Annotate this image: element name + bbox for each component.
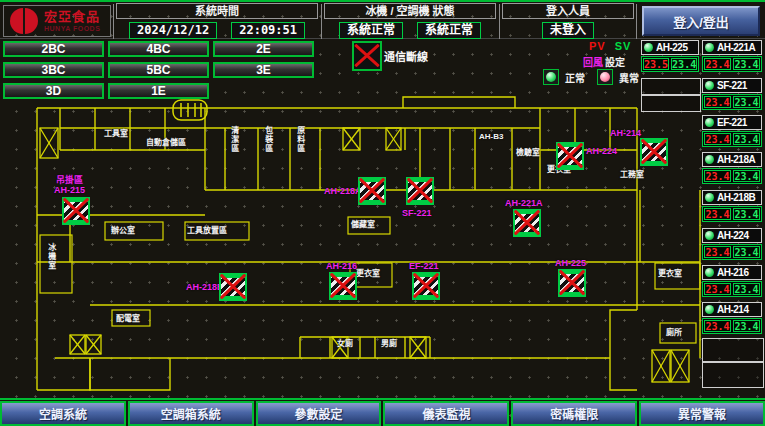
floor-button-3d[interactable]: 3D bbox=[3, 83, 104, 99]
nav-button-空調箱系統[interactable]: 空調箱系統 bbox=[128, 401, 254, 426]
sv-label: SV bbox=[615, 40, 632, 52]
sv-value: 23.4 bbox=[733, 246, 760, 258]
pv-value: 23.4 bbox=[704, 283, 731, 295]
nav-button-儀表監視[interactable]: 儀表監視 bbox=[383, 401, 509, 426]
unit-led-icon bbox=[705, 193, 714, 202]
nav-button-異常警報[interactable]: 異常警報 bbox=[639, 401, 765, 426]
pv-value: 23.5 bbox=[643, 58, 669, 70]
unit-ah-218b[interactable]: AH-218B bbox=[702, 190, 762, 205]
ahu-device-ah-218b[interactable] bbox=[219, 273, 247, 301]
floor-button-4bc[interactable]: 4BC bbox=[108, 41, 209, 57]
unit-name-label: EF-221 bbox=[717, 117, 747, 128]
room-label: 自動倉儲區 bbox=[146, 139, 186, 148]
unit-sf-221[interactable]: SF-221 bbox=[702, 78, 762, 93]
unit-name-label: AH-221A bbox=[717, 42, 755, 53]
machine-status-group: 冰機 / 空調機 狀態 系統正常 系統正常 bbox=[324, 3, 496, 39]
unit-ah-225[interactable]: AH-225 bbox=[641, 40, 699, 55]
ahu-device-label: AH-218A bbox=[324, 186, 362, 196]
room-label: 儲藏室 bbox=[351, 221, 375, 230]
ahu-device-ah-224[interactable] bbox=[556, 142, 584, 170]
stair-icon bbox=[70, 335, 85, 354]
stair-icon bbox=[86, 335, 101, 354]
unit-name-label: AH-224 bbox=[717, 230, 748, 241]
ahu-device-ah-214[interactable] bbox=[640, 138, 668, 166]
ahu-device-label: AH-218B bbox=[186, 282, 224, 292]
login-group: 登入人員 未登入 bbox=[502, 3, 634, 39]
sv-value: 23.4 bbox=[733, 208, 760, 220]
unit-values-ah-221a: 23.423.4 bbox=[702, 56, 762, 72]
unit-led-icon bbox=[705, 118, 714, 127]
logo-subtitle: HUNYA FOODS bbox=[44, 25, 100, 32]
room-label: 清潔區 bbox=[229, 126, 238, 153]
abnormal-led-icon bbox=[597, 69, 613, 85]
unit-ah-216[interactable]: AH-216 bbox=[702, 265, 762, 280]
bottom-nav: 空調系統空調箱系統參數設定儀表監視密碼權限異常警報 bbox=[0, 398, 765, 426]
room-label: 女廁 bbox=[337, 340, 353, 349]
room-label: 更衣室 bbox=[658, 270, 682, 279]
ahu-device-ah-218a[interactable] bbox=[358, 177, 386, 205]
status-legend: 正常 異常 bbox=[543, 69, 645, 85]
ahu-device-ah-216[interactable] bbox=[329, 272, 357, 300]
nav-button-空調系統[interactable]: 空調系統 bbox=[0, 401, 126, 426]
empty-slot bbox=[702, 362, 764, 388]
floor-button-1e[interactable]: 1E bbox=[108, 83, 209, 99]
stair-icon bbox=[386, 128, 401, 150]
room-label: 廁所 bbox=[666, 329, 682, 338]
login-person-label: 登入人員 bbox=[502, 3, 634, 19]
floor-button-5bc[interactable]: 5BC bbox=[108, 62, 209, 78]
floor-button-3e[interactable]: 3E bbox=[213, 62, 314, 78]
unit-led-icon bbox=[644, 43, 653, 52]
ahu-device-ah-215[interactable] bbox=[62, 197, 90, 225]
abnormal-label: 異常 bbox=[619, 70, 639, 85]
unit-led-icon bbox=[705, 231, 714, 240]
unit-led-icon bbox=[705, 155, 714, 164]
room-label: 工具室 bbox=[104, 130, 128, 139]
pv-value: 23.4 bbox=[704, 208, 731, 220]
ahu-device-label: AH-224 bbox=[586, 146, 617, 156]
pv-label: PV bbox=[589, 40, 606, 52]
sv-value: 23.4 bbox=[733, 133, 760, 145]
ahu-device-label: EF-221 bbox=[409, 261, 439, 271]
login-logout-button[interactable]: 登入/登出 bbox=[642, 6, 760, 36]
unit-ah-218a[interactable]: AH-218A bbox=[702, 152, 762, 167]
setpoint-label: 回風設定 bbox=[583, 54, 625, 69]
sv-value: 23.4 bbox=[733, 170, 760, 182]
unit-values-ah-218b: 23.423.4 bbox=[702, 206, 762, 222]
nav-button-密碼權限[interactable]: 密碼權限 bbox=[511, 401, 637, 426]
pv-value: 23.4 bbox=[704, 246, 731, 258]
ahu-device-label: AH-225 bbox=[555, 258, 586, 268]
unit-ah-214[interactable]: AH-214 bbox=[702, 302, 762, 317]
unit-values-ah-214: 23.423.4 bbox=[702, 318, 762, 334]
comm-loss-label: 通信斷線 bbox=[384, 48, 428, 64]
unit-ef-221[interactable]: EF-221 bbox=[702, 115, 762, 130]
ahu-device-label: AH-214 bbox=[610, 128, 641, 138]
ahu-device-ef-221[interactable] bbox=[412, 272, 440, 300]
floor-button-3bc[interactable]: 3BC bbox=[3, 62, 104, 78]
machine-status-label: 冰機 / 空調機 狀態 bbox=[324, 3, 496, 19]
pv-value: 23.4 bbox=[704, 58, 731, 70]
header-divider bbox=[321, 4, 322, 39]
ahu-device-label: AH-216 bbox=[326, 261, 357, 271]
room-label: 辦公室 bbox=[111, 227, 135, 236]
ahu-device-sf-221[interactable] bbox=[406, 177, 434, 205]
sv-value: 23.4 bbox=[733, 96, 760, 108]
header-divider bbox=[499, 4, 500, 39]
room-label: 檢驗室 bbox=[516, 149, 540, 158]
ahu-device-ah-221a[interactable] bbox=[513, 209, 541, 237]
unit-values-ah-224: 23.423.4 bbox=[702, 244, 762, 260]
unit-ah-221a[interactable]: AH-221A bbox=[702, 40, 762, 55]
floor-button-2bc[interactable]: 2BC bbox=[3, 41, 104, 57]
unit-led-icon bbox=[705, 268, 714, 277]
sv-value: 23.4 bbox=[733, 283, 760, 295]
ahu-status: 系統正常 bbox=[417, 22, 481, 39]
unit-led-icon bbox=[705, 81, 714, 90]
unit-name-label: AH-216 bbox=[717, 267, 748, 278]
room-label: 配電室 bbox=[116, 315, 140, 324]
unit-ah-224[interactable]: AH-224 bbox=[702, 228, 762, 243]
floor-button-2e[interactable]: 2E bbox=[213, 41, 314, 57]
nav-button-參數設定[interactable]: 參數設定 bbox=[256, 401, 382, 426]
pv-value: 23.4 bbox=[704, 133, 731, 145]
unit-values-ah-216: 23.423.4 bbox=[702, 281, 762, 297]
ahu-device-ah-225[interactable] bbox=[558, 269, 586, 297]
stair-icon bbox=[343, 128, 360, 150]
